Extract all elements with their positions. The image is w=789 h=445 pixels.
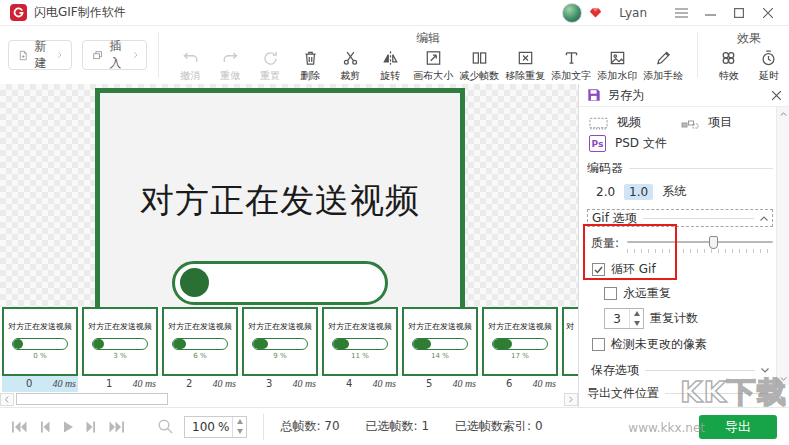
new-button[interactable]: 新建: [8, 40, 72, 70]
reduce-frames-tool[interactable]: 减少帧数: [456, 46, 502, 83]
frame-thumbnail-1[interactable]: 对方正在发送视频 3 % 1 40 ms: [82, 307, 158, 392]
delay-tool[interactable]: 延时: [749, 46, 789, 83]
encoder-option-10[interactable]: 1.0: [624, 184, 653, 200]
checkbox-unchecked[interactable]: [592, 338, 605, 351]
tool-label: 特效: [719, 69, 739, 83]
canvas-size-tool[interactable]: 画布大小: [410, 46, 456, 83]
frame-percent: 11 %: [351, 352, 369, 360]
minimize-button[interactable]: [699, 3, 721, 23]
insert-button[interactable]: 插入: [82, 40, 147, 70]
last-frame-button[interactable]: [108, 419, 126, 435]
rotate-tool[interactable]: 旋转: [370, 46, 410, 83]
format-option-psd[interactable]: Ps PSD 文件: [589, 135, 681, 152]
progress-indicator-dot: [180, 268, 209, 297]
repeat-count-row: 重复计数: [587, 308, 773, 329]
maximize-button[interactable]: [728, 3, 750, 23]
format-option-project[interactable]: 项目: [681, 114, 773, 131]
tool-label: 撤消: [180, 69, 200, 83]
menu-button[interactable]: [670, 3, 692, 23]
frame-preview: 对方正在发送视频 6 %: [162, 307, 238, 376]
frame-duration: 40 ms: [292, 378, 316, 389]
username[interactable]: Lyan: [619, 6, 647, 20]
frame-text: 对方正在发送视频: [8, 321, 72, 332]
zoom-down-button[interactable]: [233, 427, 246, 437]
toolbar-separator: [158, 32, 159, 78]
effects-tool[interactable]: 特效: [709, 46, 749, 83]
remove-duplicates-icon: [516, 49, 535, 67]
frame-progress-bar: [252, 338, 308, 350]
quality-label: 质量:: [591, 235, 619, 252]
chevron-right-icon: [569, 396, 573, 403]
encoder-option-20[interactable]: 2.0: [591, 184, 620, 200]
checkbox-unchecked[interactable]: [604, 287, 617, 300]
undo-tool[interactable]: 撤消: [170, 46, 210, 83]
zoom-up-button[interactable]: [233, 417, 246, 427]
frame-preview: 对方正在发送视频 17 %: [482, 307, 558, 376]
redo-tool[interactable]: 重做: [210, 46, 250, 83]
frame-progress-fill: [333, 339, 349, 349]
frame-progress-bar: [92, 338, 148, 350]
scroll-right-button[interactable]: [564, 393, 578, 406]
scroll-down-button[interactable]: [777, 372, 789, 385]
panel-scrollbar[interactable]: [776, 107, 789, 385]
loop-gif-checkbox-row[interactable]: 循环 Gif: [587, 261, 773, 278]
zoom-magnifier-icon[interactable]: [157, 418, 174, 435]
frame-percent: 3 %: [113, 352, 126, 360]
frame-meta: 2 40 ms: [162, 376, 238, 390]
frame-thumbnail-partial[interactable]: 对: [562, 307, 578, 392]
tool-label: 重做: [220, 69, 240, 83]
hamburger-icon: [675, 8, 688, 18]
next-frame-button[interactable]: [84, 419, 99, 435]
detect-unchanged-checkbox-row[interactable]: 检测未更改的像素: [587, 336, 773, 353]
repeat-forever-checkbox-row[interactable]: 永远重复: [587, 285, 773, 302]
add-drawing-tool[interactable]: 添加手绘: [640, 46, 686, 83]
frame-index: 3: [266, 378, 272, 389]
frame-thumbnail-3[interactable]: 对方正在发送视频 9 % 3 40 ms: [242, 307, 318, 392]
format-option-video[interactable]: 视频: [589, 114, 681, 131]
close-button[interactable]: [757, 3, 779, 23]
save-options-header[interactable]: 保存选项: [587, 361, 773, 379]
tool-label: 延时: [759, 69, 779, 83]
tool-label: 添加水印: [597, 69, 637, 83]
reset-tool[interactable]: 重置: [250, 46, 290, 83]
slider-track: [627, 241, 773, 243]
add-text-tool[interactable]: 添加文字: [548, 46, 594, 83]
scrollbar-thumb[interactable]: [16, 393, 168, 405]
crop-tool[interactable]: 裁剪: [330, 46, 370, 83]
frame-thumbnail-2[interactable]: 对方正在发送视频 6 % 2 40 ms: [162, 307, 238, 392]
quality-slider[interactable]: [627, 236, 773, 252]
zoom-level-input[interactable]: [185, 420, 215, 434]
panel-close-icon[interactable]: [772, 91, 781, 100]
loop-gif-label: 循环 Gif: [611, 261, 656, 278]
checkbox-checked[interactable]: [592, 263, 605, 276]
chevron-right-icon: [134, 51, 138, 59]
repeat-count-input[interactable]: [605, 309, 629, 328]
play-button[interactable]: [61, 419, 75, 435]
export-button[interactable]: 导出: [699, 415, 777, 439]
frame-meta: 0 40 ms: [2, 376, 78, 390]
frame-thumbnail-6[interactable]: 对方正在发送视频 17 % 6 40 ms: [482, 307, 558, 392]
previous-frame-button[interactable]: [37, 419, 52, 435]
frame-thumbnail-5[interactable]: 对方正在发送视频 14 % 5 40 ms: [402, 307, 478, 392]
encoder-option-system[interactable]: 系统: [657, 182, 691, 201]
chevron-down-icon: [780, 377, 787, 381]
spinner-up-button[interactable]: [630, 309, 643, 319]
frame-progress-bar: [172, 338, 228, 350]
detect-unchanged-label: 检测未更改的像素: [611, 336, 707, 353]
spinner-down-button[interactable]: [630, 319, 643, 329]
scroll-left-button[interactable]: [0, 393, 14, 406]
zoom-unit-label: %: [218, 420, 229, 434]
frame-thumbnail-4[interactable]: 对方正在发送视频 11 % 4 40 ms: [322, 307, 398, 392]
gif-options-header[interactable]: Gif 选项: [587, 209, 773, 227]
user-avatar[interactable]: [562, 3, 582, 23]
tool-label: 重置: [260, 69, 280, 83]
gif-preview[interactable]: 对方正在发送视频: [95, 88, 465, 307]
add-watermark-tool[interactable]: 添加水印: [594, 46, 640, 83]
delete-tool[interactable]: 删除: [290, 46, 330, 83]
slider-ticks: [627, 249, 773, 253]
slider-thumb[interactable]: [709, 236, 718, 249]
remove-duplicates-tool[interactable]: 移除重复: [502, 46, 548, 83]
frame-thumbnail-0[interactable]: 对方正在发送视频 0 % 0 40 ms: [2, 307, 78, 392]
scroll-up-button[interactable]: [777, 107, 789, 120]
first-frame-button[interactable]: [10, 419, 28, 435]
